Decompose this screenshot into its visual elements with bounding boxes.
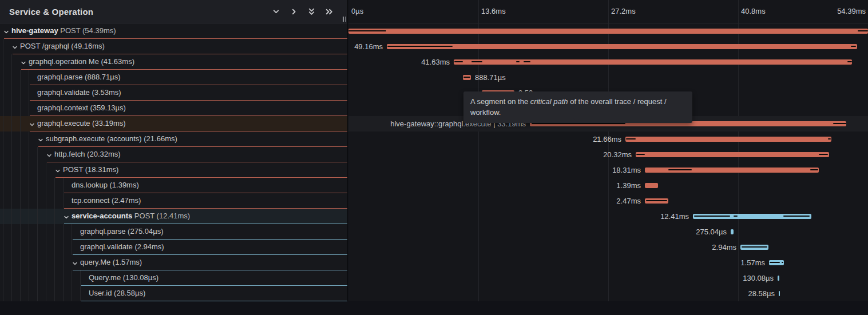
span-bar[interactable] <box>645 183 658 188</box>
expand-one-icon[interactable] <box>290 7 298 16</box>
critical-path-segment <box>770 262 780 263</box>
span-bar[interactable] <box>731 229 734 234</box>
critical-path-segment <box>858 30 868 31</box>
indent-guide <box>3 209 3 224</box>
expand-chevron-icon[interactable] <box>46 151 52 160</box>
span-bar[interactable] <box>387 44 857 49</box>
duration-label: 41.63ms <box>421 54 450 70</box>
expand-chevron-icon[interactable] <box>72 260 78 268</box>
indent-guide <box>20 240 21 255</box>
indent-guide <box>11 209 12 224</box>
span-label: graphql.parse (275.04µs) <box>80 224 164 239</box>
timeline-row: 888.71µs <box>348 70 868 85</box>
indent-guide <box>29 255 29 270</box>
span-bar[interactable] <box>625 137 831 142</box>
indent-guide <box>46 193 46 209</box>
expand-chevron-icon[interactable] <box>3 28 9 37</box>
expand-all-icon[interactable] <box>325 7 334 16</box>
timeline-row: 20.32ms <box>348 147 868 162</box>
indent-guide <box>80 286 81 301</box>
span-row[interactable]: graphql.parse (275.04µs) <box>0 224 347 240</box>
timeline-row: 2.94ms <box>348 240 868 255</box>
indent-guide <box>54 209 55 224</box>
expand-chevron-icon[interactable] <box>21 59 26 67</box>
span-row[interactable]: graphql.parse (888.71µs) <box>0 70 347 85</box>
indent-guide <box>3 39 3 54</box>
span-bar[interactable] <box>740 245 768 250</box>
span-bar[interactable] <box>636 152 829 157</box>
span-row[interactable]: POST (18.31ms) <box>0 162 347 178</box>
duration-label: 49.16ms <box>354 39 383 54</box>
span-bar[interactable] <box>778 276 779 281</box>
span-label: graphql.validate (2.94ms) <box>80 240 164 254</box>
row-underline <box>81 301 347 301</box>
indent-guide <box>3 224 3 240</box>
critical-path-segment <box>734 216 738 217</box>
collapse-all-icon[interactable] <box>307 7 316 16</box>
critical-path-segment <box>828 138 831 139</box>
indent-guide <box>63 193 64 209</box>
indent-guide <box>11 85 12 101</box>
critical-path-segment <box>742 246 767 248</box>
indent-guide <box>11 162 12 178</box>
indent-guide <box>29 85 29 101</box>
span-row[interactable]: graphql.context (359.13µs) <box>0 101 347 116</box>
span-row[interactable]: graphql.operation Me (41.63ms) <box>0 54 347 70</box>
span-label: graphql.parse (888.71µs) <box>37 70 121 85</box>
span-row[interactable]: Query.me (130.08µs) <box>0 270 347 286</box>
trace-viewer: Service & Operation hive-gateway POST (5… <box>0 0 868 315</box>
collapse-one-icon[interactable] <box>272 7 280 16</box>
span-row[interactable]: hive-gateway POST (54.39ms) <box>0 23 347 39</box>
span-row[interactable]: POST /graphql (49.16ms) <box>0 39 347 54</box>
indent-guide <box>46 240 46 255</box>
span-bar[interactable] <box>463 75 471 80</box>
indent-guide <box>37 178 38 193</box>
span-bar[interactable] <box>454 59 852 65</box>
span-row[interactable]: http.fetch (20.32ms) <box>0 147 347 162</box>
span-bar[interactable] <box>779 291 780 296</box>
span-row[interactable]: query.Me (1.57ms) <box>0 255 347 270</box>
indent-guide <box>37 193 38 209</box>
critical-path-segment <box>532 123 625 124</box>
span-bar[interactable] <box>645 198 668 204</box>
span-label: graphql.context (359.13µs) <box>37 101 126 115</box>
duration-label: 28.58µs <box>748 286 775 301</box>
service-name: hive-gateway <box>11 26 58 35</box>
span-row[interactable]: subgraph.execute (accounts) (21.66ms) <box>0 131 347 147</box>
span-label: query.Me (1.57ms) <box>80 255 142 270</box>
span-bar[interactable] <box>645 168 819 173</box>
span-bar[interactable] <box>769 260 784 265</box>
indent-guide <box>29 286 29 301</box>
indent-guide <box>11 270 12 286</box>
indent-guide <box>29 70 29 85</box>
span-label: tcp.connect (2.47ms) <box>72 193 141 208</box>
span-bar[interactable] <box>693 214 811 219</box>
duration-label: 2.47ms <box>616 193 641 209</box>
span-row[interactable]: service-accounts POST (12.41ms) <box>0 209 347 224</box>
column-resize-handle[interactable] <box>343 17 346 22</box>
span-row[interactable]: tcp.connect (2.47ms) <box>0 193 347 209</box>
expand-chevron-icon[interactable] <box>55 167 61 176</box>
indent-guide <box>3 85 3 101</box>
indent-guide <box>37 270 38 286</box>
span-row[interactable]: graphql.execute (33.19ms) <box>0 116 347 131</box>
span-bar[interactable] <box>348 29 868 34</box>
expand-chevron-icon[interactable] <box>38 136 43 145</box>
span-row[interactable]: graphql.validate (2.94ms) <box>0 240 347 255</box>
duration-label: 21.66ms <box>593 131 621 147</box>
timeline-row: 28.58µs <box>348 286 868 301</box>
span-label: graphql.operation Me (41.63ms) <box>29 54 134 69</box>
span-row[interactable]: graphql.validate (3.53ms) <box>0 85 347 101</box>
expand-chevron-icon[interactable] <box>64 213 69 222</box>
indent-guide <box>29 178 29 193</box>
indent-guide <box>20 270 21 286</box>
critical-path-segment <box>847 61 852 62</box>
expand-chevron-icon[interactable] <box>12 43 18 52</box>
indent-guide <box>20 162 21 178</box>
indent-guide <box>46 162 46 178</box>
span-row[interactable]: User.id (28.58µs) <box>0 286 347 301</box>
indent-guide <box>11 240 12 255</box>
span-row[interactable]: dns.lookup (1.39ms) <box>0 178 347 193</box>
span-label: hive-gateway POST (54.39ms) <box>11 23 116 38</box>
expand-chevron-icon[interactable] <box>29 121 35 129</box>
